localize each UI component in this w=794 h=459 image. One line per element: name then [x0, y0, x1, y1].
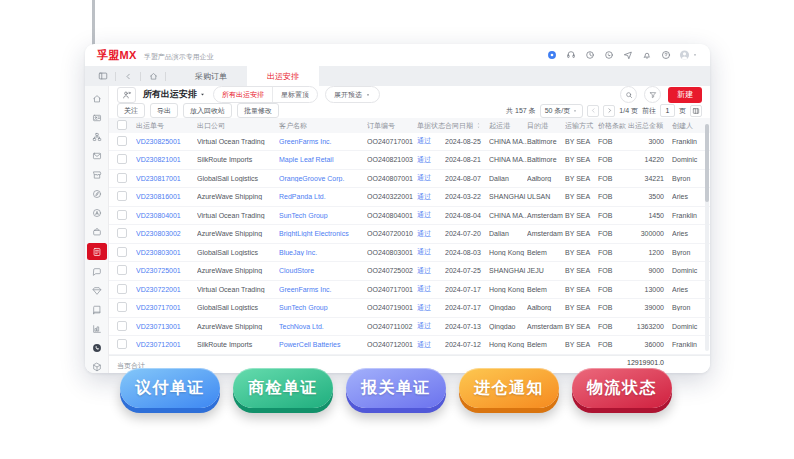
sidebar-item-chat[interactable]	[87, 264, 106, 279]
sidebar-item-compass[interactable]	[87, 186, 106, 201]
table-scrollbar[interactable]	[705, 124, 709, 351]
negotiation-docs-button[interactable]: 议付单证	[120, 368, 220, 408]
view-switcher-button[interactable]	[117, 87, 136, 103]
customer-link[interactable]: GreenFarms Inc.	[279, 286, 367, 293]
action-button[interactable]: 放入回收站	[183, 103, 232, 118]
table-row[interactable]: VD230804001Virtual Ocean TradingSunTech …	[109, 207, 710, 226]
shipment-no-link[interactable]: VD230713001	[136, 323, 197, 330]
row-checkbox[interactable]	[117, 302, 127, 312]
tab-2[interactable]: 出运安排	[247, 66, 319, 86]
shipment-no-link[interactable]: VD230804001	[136, 212, 197, 219]
history-icon[interactable]	[584, 50, 595, 61]
back-icon[interactable]	[123, 71, 133, 81]
sidebar-toggle-icon[interactable]	[98, 71, 108, 81]
shipment-no-link[interactable]: VD230712001	[136, 341, 197, 348]
sidebar-item-phone[interactable]	[87, 340, 106, 355]
table-row[interactable]: VD230821001SilkRoute ImportsMaple Leaf R…	[109, 151, 710, 170]
create-button[interactable]: 新建	[668, 87, 702, 103]
table-row[interactable]: VD230722001Virtual Ocean TradingGreenFar…	[109, 281, 710, 300]
shipment-no-link[interactable]: VD230817001	[136, 175, 197, 182]
customer-link[interactable]: BlueJay Inc.	[279, 249, 367, 256]
table-row[interactable]: VD230713001AzureWave ShippingTechNova Lt…	[109, 318, 710, 337]
table-row[interactable]: VD230803001GlobalSail LogisticsBlueJay I…	[109, 244, 710, 263]
row-checkbox[interactable]	[117, 265, 127, 275]
filter-segment-1[interactable]: 所有出运安排	[214, 87, 272, 102]
browser-icon[interactable]	[546, 50, 557, 61]
user-menu[interactable]	[679, 50, 698, 61]
table-row[interactable]: VD230825001Virtual Ocean TradingGreenFar…	[109, 133, 710, 152]
customer-link[interactable]: BrightLight Electronics	[279, 230, 367, 237]
inspection-docs-button[interactable]: 商检单证	[233, 368, 333, 408]
tab-1[interactable]: 采购订单	[175, 66, 247, 86]
table-row[interactable]: VD230712001SilkRoute ImportsPowerCell Ba…	[109, 336, 710, 355]
row-checkbox[interactable]	[117, 173, 127, 183]
page-title-wrap[interactable]: 所有出运安排	[143, 88, 206, 101]
prev-page-button[interactable]	[587, 105, 599, 117]
customer-link[interactable]: RedPanda Ltd.	[279, 193, 367, 200]
select-all-checkbox[interactable]	[117, 120, 127, 130]
shipment-no-link[interactable]: VD230816001	[136, 193, 197, 200]
sidebar-item-mail[interactable]	[87, 148, 106, 163]
customer-link[interactable]: SunTech Group	[279, 212, 367, 219]
shipment-no-link[interactable]: VD230825001	[136, 138, 197, 145]
scrollbar-thumb[interactable]	[705, 124, 709, 202]
expand-filter-button[interactable]: 展开预选	[325, 86, 380, 103]
avatar[interactable]	[679, 50, 690, 61]
sidebar-item-chart[interactable]	[87, 321, 106, 336]
customer-link[interactable]: GreenFarms Inc.	[279, 138, 367, 145]
action-button[interactable]: 批量修改	[237, 103, 279, 118]
row-checkbox[interactable]	[117, 228, 127, 238]
sidebar-item-shipping-doc[interactable]	[87, 243, 107, 260]
table-row[interactable]: VD230725001AzureWave ShippingCloudStoreO…	[109, 262, 710, 281]
customer-link[interactable]: OrangeGroove Corp.	[279, 175, 367, 182]
shipment-no-link[interactable]: VD230821001	[136, 156, 197, 163]
send-icon[interactable]	[622, 50, 633, 61]
customer-link[interactable]: Maple Leaf Retail	[279, 156, 367, 163]
table-row[interactable]: VD230803002AzureWave ShippingBrightLight…	[109, 225, 710, 244]
row-checkbox[interactable]	[117, 191, 127, 201]
page-size-select[interactable]: 50 条/页	[540, 104, 584, 118]
sidebar-item-briefcase[interactable]	[87, 224, 106, 239]
headset-icon[interactable]	[565, 50, 576, 61]
shipment-no-link[interactable]: VD230803002	[136, 230, 197, 237]
next-page-button[interactable]	[603, 105, 615, 117]
column-settings-button[interactable]	[690, 105, 702, 117]
customer-link[interactable]: CloudStore	[279, 267, 367, 274]
row-checkbox[interactable]	[117, 154, 127, 164]
column-header[interactable]: 合同日期	[445, 121, 489, 131]
row-checkbox[interactable]	[117, 136, 127, 146]
sidebar-item-org[interactable]	[87, 129, 106, 144]
sidebar-item-home[interactable]	[87, 91, 106, 106]
customer-link[interactable]: PowerCell Batteries	[279, 341, 367, 348]
help-icon[interactable]	[660, 50, 671, 61]
home-icon[interactable]	[148, 71, 158, 81]
sidebar-item-contacts[interactable]	[87, 110, 106, 125]
filter-button[interactable]	[644, 86, 661, 103]
shipment-no-link[interactable]: VD230803001	[136, 249, 197, 256]
customer-link[interactable]: TechNova Ltd.	[279, 323, 367, 330]
sidebar-item-user-circle[interactable]	[87, 205, 106, 220]
bell-icon[interactable]	[641, 50, 652, 61]
warehouse-notice-button[interactable]: 进仓通知	[459, 368, 559, 408]
goto-page-input[interactable]	[660, 104, 675, 117]
shipment-no-link[interactable]: VD230722001	[136, 286, 197, 293]
sidebar-item-store[interactable]	[87, 167, 106, 182]
table-row[interactable]: VD230717001GlobalSail LogisticsSunTech G…	[109, 299, 710, 318]
shipment-no-link[interactable]: VD230725001	[136, 267, 197, 274]
whatsapp-icon[interactable]	[603, 50, 614, 61]
filter-segment-2[interactable]: 星标置顶	[272, 87, 317, 102]
row-checkbox[interactable]	[117, 339, 127, 349]
row-checkbox[interactable]	[117, 321, 127, 331]
row-checkbox[interactable]	[117, 210, 127, 220]
sidebar-item-gem[interactable]	[87, 283, 106, 298]
logistics-status-button[interactable]: 物流状态	[572, 368, 672, 408]
row-checkbox[interactable]	[117, 247, 127, 257]
action-button[interactable]: 导出	[150, 103, 178, 118]
shipment-no-link[interactable]: VD230717001	[136, 304, 197, 311]
customs-docs-button[interactable]: 报关单证	[346, 368, 446, 408]
sidebar-item-package[interactable]	[87, 359, 106, 373]
search-button[interactable]	[620, 86, 637, 103]
sidebar-item-notebook[interactable]	[87, 302, 106, 317]
table-row[interactable]: VD230817001GlobalSail LogisticsOrangeGro…	[109, 170, 710, 189]
table-row[interactable]: VD230816001AzureWave ShippingRedPanda Lt…	[109, 188, 710, 207]
